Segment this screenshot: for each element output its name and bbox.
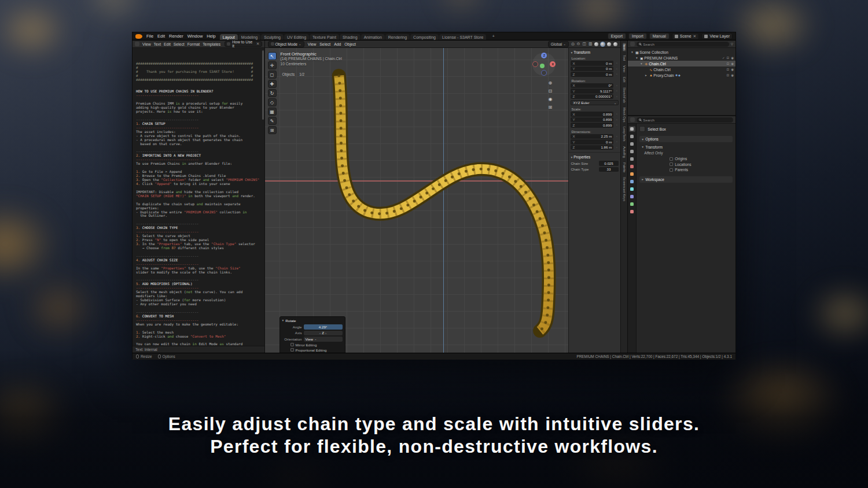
chain-object[interactable]: [265, 48, 621, 353]
properties-tab-render[interactable]: [629, 134, 635, 139]
blender-logo-icon[interactable]: [135, 34, 142, 39]
viewport-menu-add[interactable]: Add: [334, 42, 341, 46]
field-dimensions-x[interactable]: X2.25 m: [571, 134, 613, 139]
sidebar-tab-edit[interactable]: Edit: [623, 76, 626, 84]
topbar-menu-edit[interactable]: Edit: [157, 34, 165, 39]
properties-search[interactable]: Search: [637, 117, 733, 123]
panel-collapse-icon[interactable]: ▾: [571, 51, 572, 54]
outliner-type-icon[interactable]: [630, 42, 635, 46]
outliner-row-premium chains[interactable]: ▾▣PREMIUM CHAINS✓⊡◉: [628, 55, 735, 61]
properties-tab-scene[interactable]: [629, 156, 635, 162]
text-close-icon[interactable]: ✕: [256, 42, 260, 46]
orientation-dropdown[interactable]: Global ⌄: [548, 41, 569, 47]
lock-icon[interactable]: ◦: [615, 140, 619, 143]
field-scale-y[interactable]: Y0.899: [571, 117, 613, 123]
outliner-search[interactable]: Search: [637, 42, 729, 47]
rotate-tool-icon[interactable]: ↻: [268, 89, 277, 97]
hide-viewport-icon[interactable]: ⊡: [727, 56, 730, 60]
field-dimensions-z[interactable]: Z1.86 m: [571, 145, 613, 150]
active-tool-row[interactable]: Select Box: [639, 126, 733, 132]
lock-icon[interactable]: ◦: [615, 123, 619, 127]
mode-dropdown[interactable]: Object Mode ⌄: [268, 41, 304, 47]
hide-render-icon[interactable]: ◉: [731, 56, 734, 60]
sidebar-tab-sketchfab[interactable]: SketchFab: [623, 86, 626, 104]
box-tool-icon[interactable]: ◻: [268, 71, 277, 79]
lock-icon[interactable]: ◦: [615, 95, 619, 98]
property-chain-type-field[interactable]: 33: [599, 167, 619, 172]
expander-icon[interactable]: ▾: [634, 56, 639, 60]
sidebar-tab-tool[interactable]: Tool: [623, 54, 626, 62]
field-dimensions-y[interactable]: Y0 m: [571, 139, 613, 145]
hide-viewport-icon[interactable]: ⊡: [727, 68, 730, 71]
workspace-tab[interactable]: Layout: [220, 34, 238, 40]
field-scale-z[interactable]: Z0.899: [571, 123, 613, 128]
operator-panel-rotate[interactable]: ▾ Rotate Angle4.29°Axis‹Z›OrientationVie…: [279, 316, 345, 353]
outliner-row-chain-ctrl[interactable]: ∿Chain.Ctrl⊡◉: [628, 66, 735, 72]
arrow-right-icon[interactable]: ›: [325, 331, 326, 335]
field-location-z[interactable]: Z0 m: [571, 72, 613, 77]
viewport-menu-object[interactable]: Object: [344, 42, 356, 46]
overlays-icon[interactable]: ◫: [583, 42, 586, 46]
text-editor-body[interactable]: ########################################…: [133, 48, 264, 346]
field-scale-x[interactable]: X0.899: [571, 112, 613, 117]
workspace-panel-header[interactable]: ▸ Workspace: [639, 176, 733, 183]
text-menu-view[interactable]: View: [142, 42, 151, 46]
hide-viewport-icon[interactable]: ⊡: [727, 62, 730, 65]
expander-icon[interactable]: ▾: [639, 62, 643, 65]
properties-tab-modifiers[interactable]: [629, 179, 635, 184]
properties-tab-view-layer[interactable]: [629, 149, 635, 154]
topbar-button-export[interactable]: Export: [608, 33, 626, 39]
gizmo-z-neg-axis[interactable]: [541, 70, 547, 76]
text-menu-edit[interactable]: Edit: [164, 42, 171, 46]
move-view-icon[interactable]: ⊡: [548, 88, 552, 94]
lock-icon[interactable]: ◦: [615, 89, 619, 93]
viewport-menu-view[interactable]: View: [308, 42, 317, 46]
workspace-tab[interactable]: Texture Paint: [310, 34, 339, 40]
hide-render-icon[interactable]: ◉: [731, 62, 734, 65]
workspace-tab[interactable]: UV Editing: [284, 34, 309, 40]
field-location-x[interactable]: X0 m: [571, 61, 613, 66]
hide-render-icon[interactable]: ◉: [731, 73, 734, 77]
scale-tool-icon[interactable]: ◇: [268, 98, 277, 106]
properties-tab-physics[interactable]: [629, 186, 635, 192]
properties-tab-tool[interactable]: [629, 126, 635, 132]
expander-icon[interactable]: ▾: [630, 50, 634, 54]
operator-checkbox-proportional-editing[interactable]: Proportional Editing: [290, 348, 343, 352]
text-editor-scrollbar[interactable]: [262, 50, 264, 120]
camera-view-icon[interactable]: ◉: [548, 97, 552, 102]
collection-checkbox-icon[interactable]: ✓: [722, 56, 725, 60]
properties-tab-object-data[interactable]: [629, 201, 635, 207]
workspace-tab[interactable]: Compositing: [410, 34, 439, 40]
workspace-tab[interactable]: License - S3ART Store: [439, 34, 486, 40]
viewport-canvas[interactable]: ↖✛◻✚↻◇▦✎⊞ Front Orthographic (14) PREMIU…: [265, 48, 621, 353]
operator-checkbox-mirror-editing[interactable]: Mirror Editing: [290, 343, 343, 347]
properties-tab-object[interactable]: [629, 171, 635, 177]
affect-checkbox-locations[interactable]: Locations: [670, 162, 733, 168]
add-workspace-button[interactable]: +: [490, 34, 496, 39]
field-rotation-x[interactable]: X0°: [571, 83, 613, 88]
shading-rendered-icon[interactable]: [613, 42, 617, 46]
text-menu-templates[interactable]: Templates: [203, 42, 220, 46]
expander-icon[interactable]: ▸: [643, 73, 648, 77]
property-chain-size-field[interactable]: 0.025: [599, 161, 619, 166]
sidebar-tab-view[interactable]: View: [623, 64, 626, 73]
workspace-tab[interactable]: Animation: [361, 34, 385, 40]
affect-checkbox-parents[interactable]: Parents: [670, 167, 733, 173]
lock-icon[interactable]: ◦: [615, 72, 619, 76]
shading-material-icon[interactable]: [607, 42, 611, 46]
sidebar-tab-item[interactable]: Item: [623, 43, 626, 51]
outliner-row-scene collection[interactable]: ▾▦Scene Collection: [628, 49, 735, 55]
rotation-mode-dropdown[interactable]: XYZ Euler⌄: [571, 100, 619, 105]
properties-tab-constraints[interactable]: [629, 194, 635, 199]
move-tool-icon[interactable]: ✚: [268, 80, 277, 88]
outliner-row-chain-ctrl[interactable]: ▾✛Chain.Ctrl⊡◉: [628, 61, 735, 66]
add-cube-tool-icon[interactable]: ⊞: [268, 126, 277, 134]
cursor-tool-icon[interactable]: ✛: [268, 61, 277, 69]
gizmo-x-axis[interactable]: X: [550, 61, 556, 67]
text-menu-format[interactable]: Format: [187, 42, 200, 46]
transform-subpanel-header[interactable]: ▾ Transform: [639, 144, 733, 150]
topbar-menu-render[interactable]: Render: [169, 34, 183, 39]
lock-icon[interactable]: ◦: [615, 61, 619, 65]
affect-checkbox-origins[interactable]: Origins: [670, 156, 733, 162]
text-menu-select[interactable]: Select: [174, 42, 185, 46]
